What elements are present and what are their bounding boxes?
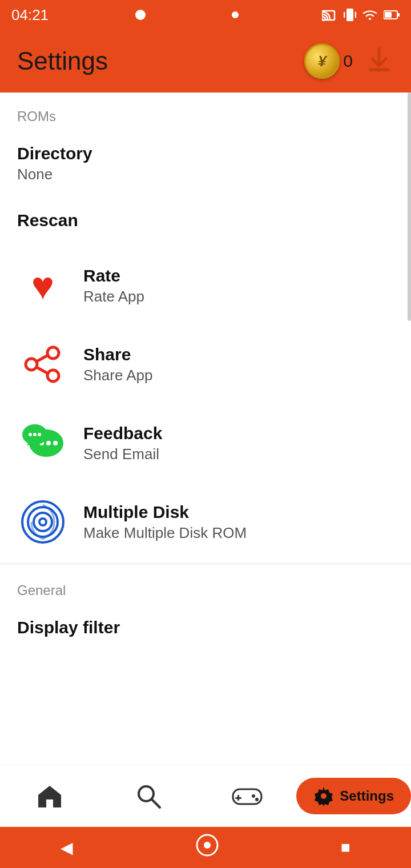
status-dot — [135, 10, 146, 20]
content: ROMs Directory None Rescan ♥ Rate Rate A… — [0, 93, 411, 638]
share-icon — [23, 345, 62, 384]
status-time: 04:21 — [11, 6, 49, 24]
rate-subtitle: Rate App — [83, 288, 144, 306]
status-bar: 04:21 — [0, 0, 411, 30]
svg-point-36 — [204, 842, 211, 849]
rate-icon-wrapper: ♥ — [17, 260, 68, 311]
settings-nav-label: Settings — [340, 788, 394, 804]
gamepad-icon — [232, 785, 263, 807]
svg-rect-28 — [233, 789, 261, 804]
svg-rect-30 — [235, 797, 241, 799]
section-divider — [0, 564, 411, 564]
nav-settings[interactable]: Settings — [296, 778, 411, 814]
svg-point-21 — [38, 433, 41, 436]
roms-section-header: ROMs — [0, 93, 411, 130]
svg-point-17 — [53, 441, 58, 445]
feedback-icon-wrapper — [17, 417, 68, 469]
settings-icon — [313, 786, 334, 806]
svg-point-34 — [321, 793, 327, 799]
svg-point-9 — [47, 347, 59, 359]
disk-title: Multiple Disk — [83, 503, 247, 522]
svg-rect-6 — [385, 12, 392, 18]
system-nav: ◀ ■ — [0, 827, 411, 868]
cast-icon — [322, 9, 338, 21]
multiple-disk-item[interactable]: Multiple Disk Make Multiple Disk ROM — [0, 483, 411, 561]
vibrate-icon — [344, 7, 356, 22]
app-title: Settings — [17, 47, 108, 75]
rate-item[interactable]: ♥ Rate Rate App — [0, 246, 411, 325]
home-icon — [36, 782, 63, 810]
svg-rect-8 — [369, 68, 389, 71]
battery-icon — [384, 10, 400, 20]
svg-point-31 — [252, 794, 255, 798]
directory-title: Directory — [17, 144, 394, 163]
share-icon-wrapper — [17, 339, 68, 390]
rescan-title: Rescan — [17, 211, 394, 230]
disk-icon — [20, 499, 66, 545]
share-item[interactable]: Share Share App — [0, 325, 411, 404]
download-button[interactable] — [364, 45, 394, 77]
search-icon — [135, 782, 162, 810]
wifi-icon — [362, 9, 378, 21]
general-section-header: General — [0, 566, 411, 604]
nav-search[interactable] — [99, 782, 198, 810]
svg-point-23 — [28, 507, 58, 537]
svg-line-12 — [37, 355, 48, 361]
feedback-item[interactable]: Feedback Send Email — [0, 404, 411, 483]
home-button[interactable] — [195, 833, 220, 862]
svg-point-11 — [26, 359, 37, 370]
disk-icon-wrapper — [17, 496, 68, 548]
feedback-icon — [18, 420, 68, 466]
svg-point-32 — [255, 798, 259, 801]
svg-point-19 — [29, 433, 32, 436]
status-dot2 — [232, 11, 239, 18]
app-bar: Settings ¥ 0 — [0, 30, 411, 93]
display-filter-title: Display filter — [17, 618, 394, 637]
recent-button[interactable]: ■ — [341, 838, 350, 857]
svg-point-16 — [46, 441, 51, 445]
svg-point-25 — [39, 519, 46, 525]
nav-gamepad[interactable] — [198, 785, 296, 807]
svg-line-13 — [37, 367, 48, 373]
rescan-item[interactable]: Rescan — [0, 197, 411, 246]
coin-icon: ¥ — [304, 43, 340, 79]
feedback-title: Feedback — [83, 424, 162, 443]
coin-count: 0 — [343, 51, 353, 71]
coin-container[interactable]: ¥ 0 — [304, 43, 353, 79]
directory-item[interactable]: Directory None — [0, 130, 411, 197]
rate-title: Rate — [83, 266, 144, 286]
disk-subtitle: Make Multiple Disk ROM — [83, 524, 247, 542]
svg-rect-2 — [346, 9, 353, 21]
app-bar-right: ¥ 0 — [304, 43, 394, 79]
svg-point-24 — [34, 513, 52, 531]
back-button[interactable]: ◀ — [61, 838, 73, 857]
svg-rect-1 — [322, 19, 324, 21]
share-title: Share — [83, 345, 152, 364]
status-icons — [322, 7, 400, 22]
nav-home[interactable] — [0, 782, 99, 810]
svg-rect-7 — [397, 13, 400, 17]
feedback-subtitle: Send Email — [83, 445, 162, 463]
scrollbar[interactable] — [408, 93, 411, 321]
display-filter-item[interactable]: Display filter — [0, 604, 411, 638]
share-subtitle: Share App — [83, 367, 152, 384]
heart-icon: ♥ — [31, 263, 54, 308]
bottom-nav: Settings — [0, 764, 411, 827]
svg-point-20 — [33, 433, 37, 436]
svg-point-10 — [47, 370, 59, 381]
directory-subtitle: None — [17, 166, 394, 183]
svg-line-27 — [152, 799, 160, 807]
